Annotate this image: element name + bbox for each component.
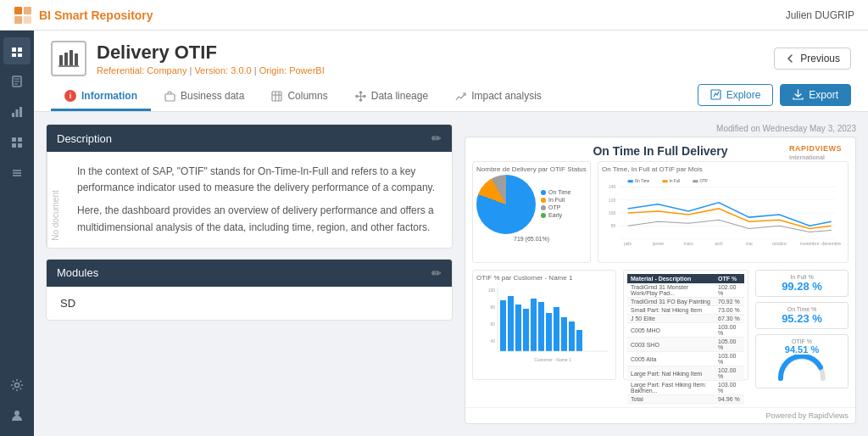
- legend-item-2: OTP: [541, 204, 570, 210]
- cell-material: Small Part: Nat Hiking Item: [627, 306, 715, 315]
- user-name: Julien DUGRIP: [786, 9, 854, 21]
- tab-columns[interactable]: Columns: [258, 83, 341, 111]
- sidebar-icon-chart[interactable]: [3, 98, 31, 126]
- sidebar-icon-user[interactable]: [3, 402, 31, 429]
- tab-data-lineage[interactable]: Data lineage: [342, 83, 442, 111]
- cell-otf: 73.00 %: [715, 306, 744, 315]
- svg-text:In Full: In Full: [670, 179, 680, 183]
- svg-rect-71: [515, 305, 521, 351]
- export-button[interactable]: Export: [780, 84, 851, 106]
- pie-legend: On Time In Full OTP Early: [541, 189, 570, 220]
- svg-rect-74: [538, 302, 544, 351]
- briefcase-icon: [164, 91, 175, 102]
- svg-text:140: 140: [609, 184, 616, 189]
- cell-material: Large Part: Nat Hiking Item: [627, 366, 715, 381]
- svg-rect-62: [693, 180, 698, 182]
- modules-card-header: Modules ✏: [47, 260, 452, 287]
- tab-information[interactable]: i Information: [51, 83, 151, 111]
- svg-rect-79: [576, 330, 582, 351]
- sidebar-icon-list[interactable]: [3, 159, 31, 187]
- tab-impact-analysis[interactable]: Impact analysis: [442, 83, 555, 111]
- svg-rect-14: [19, 107, 22, 117]
- svg-rect-69: [500, 300, 506, 351]
- columns-icon: [271, 91, 282, 102]
- report-meta: Referential: Company | Version: 3.0.0 | …: [97, 65, 325, 75]
- sidebar-icon-grid[interactable]: [3, 129, 31, 156]
- table-row: Total94.96 %: [627, 395, 744, 404]
- cell-material: Large Part: Fast Hiking Item: Bakfrien..…: [627, 381, 715, 395]
- dashboard-preview: On Time In Full Delivery RAPIDVIEWS inte…: [472, 144, 849, 400]
- cell-otf: 70.92 %: [715, 298, 744, 306]
- rapidviews-logo: RAPIDVIEWS international: [789, 144, 842, 161]
- svg-rect-0: [14, 7, 22, 14]
- description-edit-icon[interactable]: ✏: [431, 131, 442, 145]
- table-row: C005 MHO103.00 %: [627, 323, 744, 338]
- left-panel: Description ✏ No document In the context…: [46, 124, 453, 424]
- app-logo: [14, 6, 32, 25]
- tab-bar: i Information Business data: [51, 83, 851, 111]
- kpi-infull-label: In Full %: [760, 274, 844, 280]
- content-area: Delivery OTIF Referential: Company | Ver…: [34, 31, 868, 436]
- meta-referential-label: Referential:: [97, 65, 144, 75]
- svg-rect-29: [165, 94, 175, 101]
- legend-item-3: Early: [541, 212, 570, 218]
- sidebar-icon-book[interactable]: [3, 68, 31, 95]
- svg-text:On Time: On Time: [635, 179, 650, 183]
- table-row: TradiGrnd 31 Monster Work/Play Pad...102…: [627, 283, 744, 298]
- cell-otf: 105.00 %: [715, 338, 744, 352]
- bar-chart-svg: 100 80 60 40: [476, 283, 612, 364]
- line-chart-panel: On Time, In Full at OTIF par Mois: [598, 161, 849, 263]
- svg-rect-4: [12, 48, 16, 52]
- export-icon: [793, 89, 804, 100]
- pie-chart-visual: [476, 175, 536, 234]
- data-table: Material - Description OTF % TradiGrnd 3…: [627, 274, 744, 404]
- header-top-row: Delivery OTIF Referential: Company | Ver…: [51, 41, 851, 76]
- tab-data-lineage-label: Data lineage: [371, 90, 428, 102]
- previous-button[interactable]: Previous: [774, 48, 851, 70]
- svg-rect-24: [59, 55, 63, 65]
- svg-rect-77: [561, 317, 567, 351]
- table-mock: Material - Description OTF % TradiGrnd 3…: [627, 274, 744, 404]
- impact-icon: [455, 91, 466, 102]
- sidebar-icon-settings[interactable]: [3, 372, 31, 399]
- cell-material: TradiGrnd 31 Monster Work/Play Pad...: [627, 283, 715, 298]
- tab-business-data[interactable]: Business data: [151, 83, 258, 111]
- top-navbar: BI Smart Repository Julien DUGRIP: [0, 0, 868, 31]
- report-icon-box: [51, 41, 86, 76]
- meta-company: Company: [147, 65, 186, 75]
- table-row: C005 Alta103.00 %: [627, 352, 744, 366]
- svg-rect-5: [18, 48, 22, 52]
- svg-rect-17: [12, 143, 16, 148]
- report-title-info: Delivery OTIF Referential: Company | Ver…: [97, 42, 325, 75]
- logo-sub: international: [789, 154, 825, 160]
- modules-edit-icon[interactable]: ✏: [431, 266, 442, 280]
- svg-rect-60: [663, 180, 668, 182]
- description-card-header: Description ✏: [47, 125, 452, 152]
- svg-rect-78: [569, 321, 575, 351]
- svg-point-34: [356, 95, 358, 97]
- table-row: TradiGrnd 31 FO Bay Painting70.92 %: [627, 298, 744, 306]
- kpi-otif-label: OTIF %: [760, 338, 844, 344]
- svg-point-37: [359, 98, 361, 100]
- header-actions: Previous: [774, 48, 851, 70]
- main-split: Description ✏ No document In the context…: [34, 112, 868, 436]
- table-row: Large Part: Fast Hiking Item: Bakfrien..…: [627, 381, 744, 395]
- svg-point-35: [364, 95, 365, 97]
- cell-material: C005 MHO: [627, 323, 715, 338]
- dashboard-row1: Nombre de Delivery par OTIF Status On Ti…: [472, 161, 849, 263]
- description-body-container: No document In the context of SAP, "OTIF…: [47, 152, 452, 248]
- explore-button[interactable]: Explore: [698, 84, 774, 106]
- meta-origin: PowerBI: [289, 65, 325, 75]
- cell-material: Total: [627, 395, 715, 404]
- logo-text: RAPIDVIEWS: [789, 144, 842, 153]
- tab-impact-analysis-label: Impact analysis: [471, 90, 542, 102]
- sidebar-icon-home[interactable]: [3, 37, 31, 64]
- previous-label: Previous: [800, 53, 840, 64]
- svg-text:octobre: octobre: [772, 241, 787, 246]
- sidebar: [0, 31, 34, 436]
- svg-rect-70: [508, 296, 514, 351]
- explore-icon: [710, 89, 721, 100]
- svg-text:80: 80: [490, 305, 495, 310]
- tab-actions: Explore Export: [555, 83, 851, 106]
- svg-text:mai: mai: [746, 241, 753, 246]
